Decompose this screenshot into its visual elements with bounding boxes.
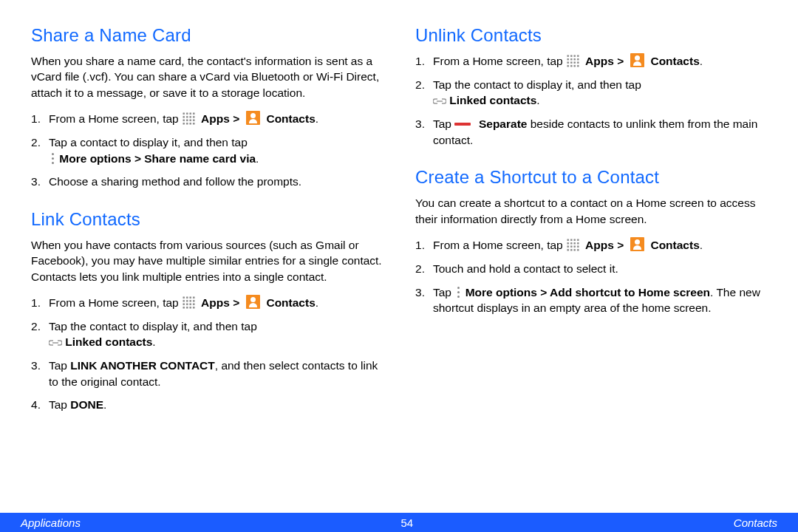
section-create-shortcut: Create a Shortcut to a Contact You can c… (415, 167, 767, 316)
apps-label: Apps > (582, 55, 627, 67)
contacts-icon (246, 111, 260, 125)
period: . (103, 398, 106, 411)
more-options-icon (50, 153, 55, 165)
share-step-1: From a Home screen, tap Apps > Contacts. (49, 111, 383, 127)
bold-text: LINK ANOTHER CONTACT (70, 359, 214, 372)
link-step-1: From a Home screen, tap Apps > Contacts. (49, 295, 383, 311)
bold-text: Separate (476, 117, 528, 130)
period: . (700, 55, 703, 67)
contacts-icon (246, 295, 260, 309)
text: Tap (49, 398, 70, 411)
text: Tap (433, 286, 454, 299)
intro-shortcut: You can create a shortcut to a contact o… (415, 195, 767, 227)
apps-grid-icon (566, 54, 579, 67)
link-step-3: Tap LINK ANOTHER CONTACT, and then selec… (49, 358, 383, 389)
share-step-3: Choose a sharing method and follow the p… (49, 174, 383, 190)
bold-text: More options > Share name card via (59, 152, 256, 165)
contacts-label: Contacts (263, 112, 316, 125)
apps-label: Apps > (198, 112, 242, 125)
more-options-icon (456, 287, 460, 299)
steps-share: From a Home screen, tap Apps > Contacts.… (31, 111, 383, 190)
period: . (316, 296, 318, 309)
footer-left: Applications (21, 516, 81, 529)
heading-unlink: Unlink Contacts (415, 25, 767, 46)
left-column: Share a Name Card When you share a name … (31, 25, 383, 504)
apps-grid-icon (566, 238, 579, 251)
text: Tap (433, 117, 454, 130)
heading-share: Share a Name Card (31, 25, 383, 46)
period: . (316, 112, 318, 125)
apps-label: Apps > (198, 296, 242, 309)
contacts-icon (630, 53, 644, 67)
text: From a Home screen, tap (49, 296, 182, 309)
section-link-contacts: Link Contacts When you have contacts fro… (31, 209, 383, 413)
text: Tap (49, 359, 70, 372)
footer-bar: Applications 54 Contacts (0, 513, 798, 532)
shortcut-step-3: Tap More options > Add shortcut to Home … (433, 284, 767, 316)
link-chain-icon (49, 338, 62, 348)
heading-shortcut: Create a Shortcut to a Contact (415, 167, 767, 188)
heading-link: Link Contacts (31, 209, 383, 230)
bold-text: DONE (70, 398, 103, 411)
text: Tap a contact to display it, and then ta… (49, 136, 248, 149)
unlink-step-3: Tap Separate beside contacts to unlink t… (433, 116, 767, 148)
unlink-step-1: From a Home screen, tap Apps > Contacts. (433, 53, 767, 69)
contacts-label: Contacts (647, 55, 700, 67)
link-chain-icon (433, 96, 446, 106)
share-step-2: Tap a contact to display it, and then ta… (49, 134, 383, 166)
period: . (700, 239, 703, 251)
contacts-label: Contacts (647, 239, 700, 251)
apps-grid-icon (182, 296, 195, 309)
period: . (536, 94, 539, 106)
intro-share: When you share a name card, the contact'… (31, 53, 383, 100)
text: From a Home screen, tap (433, 239, 566, 251)
bold-text: Linked contacts (65, 335, 152, 348)
content-columns: Share a Name Card When you share a name … (0, 0, 798, 513)
period: . (152, 335, 155, 348)
steps-unlink: From a Home screen, tap Apps > Contacts.… (415, 53, 767, 148)
contacts-label: Contacts (263, 296, 316, 309)
text: From a Home screen, tap (49, 112, 182, 125)
footer-right: Contacts (734, 516, 777, 529)
text: Tap the contact to display it, and then … (49, 320, 257, 332)
apps-label: Apps > (582, 239, 627, 251)
footer-page-number: 54 (401, 516, 414, 529)
page: Share a Name Card When you share a name … (0, 0, 798, 532)
period: . (256, 152, 259, 165)
shortcut-step-2: Touch and hold a contact to select it. (433, 261, 767, 277)
apps-grid-icon (182, 112, 195, 125)
steps-shortcut: From a Home screen, tap Apps > Contacts.… (415, 237, 767, 316)
text: Tap the contact to display it, and then … (433, 78, 641, 91)
unlink-step-2: Tap the contact to display it, and then … (433, 77, 767, 109)
bold-text: Linked contacts (449, 94, 536, 106)
shortcut-step-1: From a Home screen, tap Apps > Contacts. (433, 237, 767, 253)
link-step-2: Tap the contact to display it, and then … (49, 318, 383, 350)
link-step-4: Tap DONE. (49, 397, 383, 413)
section-share-name-card: Share a Name Card When you share a name … (31, 25, 383, 190)
right-column: Unlink Contacts From a Home screen, tap … (415, 25, 767, 504)
text: From a Home screen, tap (433, 55, 566, 67)
steps-link: From a Home screen, tap Apps > Contacts.… (31, 295, 383, 413)
separate-minus-icon (454, 123, 471, 126)
section-unlink-contacts: Unlink Contacts From a Home screen, tap … (415, 25, 767, 148)
intro-link: When you have contacts from various sour… (31, 237, 383, 284)
bold-text: More options > Add shortcut to Home scre… (466, 286, 710, 299)
contacts-icon (630, 237, 644, 251)
